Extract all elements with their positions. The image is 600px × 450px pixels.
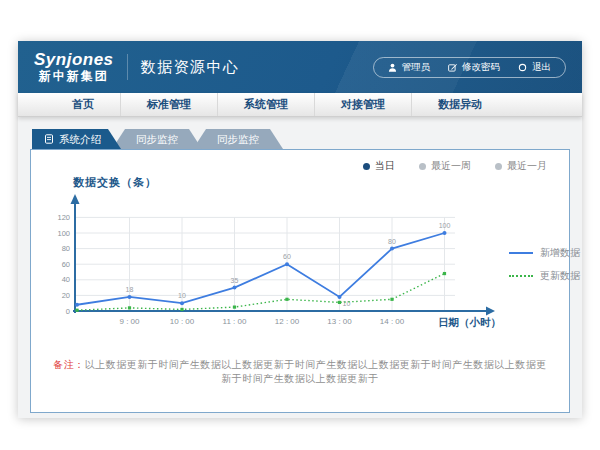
radio-label: 最近一月 <box>507 159 547 173</box>
svg-text:35: 35 <box>231 277 239 284</box>
radio-label: 当日 <box>375 159 395 173</box>
tab-label: 系统介绍 <box>59 129 101 149</box>
content-area: 系统介绍同步监控同步监控 当日最近一周最近一月 数据交换（条） 02040608… <box>18 117 582 413</box>
app-header: Synjones 新中新集团 数据资源中心 管理员修改密码退出 <box>18 41 582 93</box>
svg-text:40: 40 <box>62 275 70 284</box>
tab-bar: 系统介绍同步监控同步监控 <box>32 129 570 149</box>
svg-text:日期（小时）: 日期（小时） <box>438 316 501 329</box>
svg-text:100: 100 <box>439 222 451 229</box>
chart-area: 0204060801001209 : 0010 : 0011 : 0012 : … <box>31 190 569 346</box>
note-prefix: 备注： <box>53 359 85 370</box>
legend-line-sample <box>509 275 533 277</box>
radio-last-week[interactable]: 最近一周 <box>419 159 471 173</box>
tab-sync-monitor-1[interactable]: 同步监控 <box>112 129 202 149</box>
main-nav: 首页标准管理系统管理对接管理数据异动 <box>18 93 582 117</box>
svg-text:18: 18 <box>126 286 134 293</box>
nav-item-data-change[interactable]: 数据异动 <box>411 93 508 116</box>
system-intro-panel: 当日最近一周最近一月 数据交换（条） 0204060801001209 : 00… <box>30 149 570 413</box>
chart-y-axis-title: 数据交换（条） <box>73 175 569 190</box>
legend-item-new-data[interactable]: 新增数据 <box>509 246 580 260</box>
radio-today[interactable]: 当日 <box>363 159 395 173</box>
nav-item-home[interactable]: 首页 <box>46 93 120 116</box>
logo-text-en: Synjones <box>34 51 114 70</box>
svg-text:100: 100 <box>57 229 70 238</box>
radio-dot <box>363 163 370 170</box>
radio-dot <box>419 163 426 170</box>
edit-icon <box>448 63 457 72</box>
power-icon <box>518 63 527 72</box>
user-icon <box>388 63 397 72</box>
admin-user-label: 管理员 <box>402 61 431 74</box>
line-chart-svg: 0204060801001209 : 0010 : 0011 : 0012 : … <box>45 190 503 342</box>
nav-item-system-management[interactable]: 系统管理 <box>217 93 314 116</box>
note-text: 以上数据更新于时间产生数据以上数据更新于时间产生数据以上数据更新于时间产生数据以… <box>85 359 547 384</box>
svg-text:80: 80 <box>62 244 70 253</box>
legend-label: 新增数据 <box>540 246 580 260</box>
svg-text:20: 20 <box>62 291 70 300</box>
header-actions: 管理员修改密码退出 <box>373 57 567 78</box>
radio-last-month[interactable]: 最近一月 <box>495 159 547 173</box>
svg-text:120: 120 <box>57 213 70 222</box>
app-title: 数据资源中心 <box>141 58 240 77</box>
svg-text:13 : 00: 13 : 00 <box>327 317 352 326</box>
svg-text:10 : 00: 10 : 00 <box>170 317 195 326</box>
logout-label: 退出 <box>532 61 551 74</box>
footer-note: 备注：以上数据更新于时间产生数据以上数据更新于时间产生数据以上数据更新于时间产生… <box>31 358 569 386</box>
svg-text:0: 0 <box>66 307 70 316</box>
svg-text:10: 10 <box>343 300 351 307</box>
logo-text-cn: 新中新集团 <box>34 70 114 83</box>
change-password-button[interactable]: 修改密码 <box>448 61 500 74</box>
svg-text:9 : 00: 9 : 00 <box>119 317 140 326</box>
tab-label: 同步监控 <box>136 133 178 145</box>
tab-system-intro[interactable]: 系统介绍 <box>32 129 121 149</box>
company-logo: Synjones 新中新集团 <box>34 51 114 83</box>
line-chart: 0204060801001209 : 0010 : 0011 : 0012 : … <box>45 190 503 346</box>
time-range-filter: 当日最近一周最近一月 <box>31 150 569 173</box>
svg-text:10: 10 <box>178 292 186 299</box>
document-icon <box>44 134 54 144</box>
legend-label: 更新数据 <box>540 269 580 283</box>
admin-user-button[interactable]: 管理员 <box>388 61 431 74</box>
svg-text:14 : 00: 14 : 00 <box>380 317 405 326</box>
header-divider <box>127 54 128 80</box>
tab-label: 同步监控 <box>217 133 259 145</box>
nav-item-standard-management[interactable]: 标准管理 <box>120 93 217 116</box>
legend-item-update-data[interactable]: 更新数据 <box>509 269 580 283</box>
svg-text:60: 60 <box>62 260 70 269</box>
svg-text:12 : 00: 12 : 00 <box>275 317 300 326</box>
svg-text:60: 60 <box>283 253 291 260</box>
svg-text:11 : 00: 11 : 00 <box>223 317 247 326</box>
legend-line-sample <box>509 252 533 254</box>
radio-label: 最近一周 <box>431 159 471 173</box>
change-password-label: 修改密码 <box>462 61 500 74</box>
radio-dot <box>495 163 502 170</box>
chart-legend: 新增数据更新数据 <box>509 246 580 346</box>
app-window: Synjones 新中新集团 数据资源中心 管理员修改密码退出 首页标准管理系统… <box>18 41 582 418</box>
svg-text:80: 80 <box>388 238 396 245</box>
tab-sync-monitor-2[interactable]: 同步监控 <box>193 129 283 149</box>
nav-item-interface-management[interactable]: 对接管理 <box>314 93 411 116</box>
logout-button[interactable]: 退出 <box>518 61 551 74</box>
